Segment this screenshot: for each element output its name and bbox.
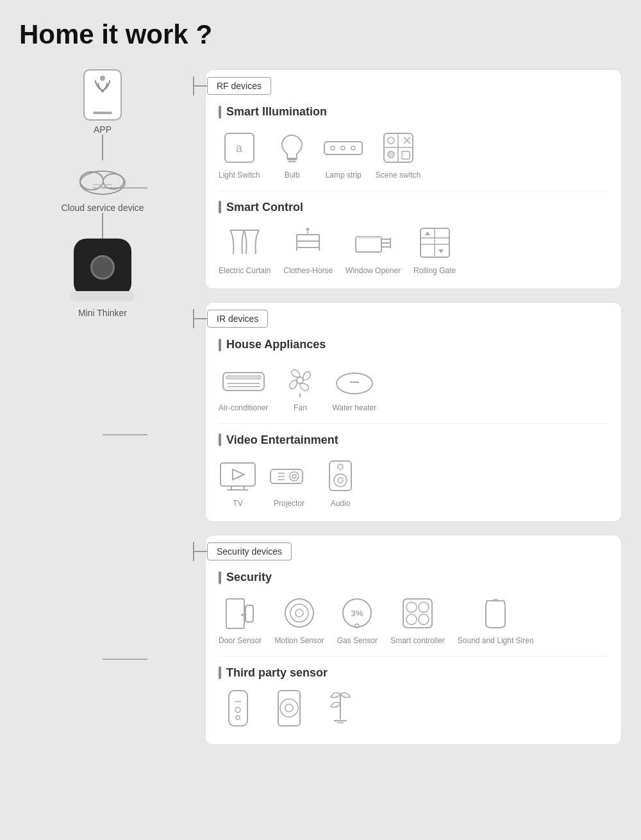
cloud-label: Cloud service device bbox=[61, 203, 144, 213]
thinker-button bbox=[90, 255, 115, 280]
device-water-heater: Water heater bbox=[332, 361, 376, 414]
smart-control-title: Smart Control bbox=[219, 201, 608, 214]
gas-sensor-label: Gas Sensor bbox=[337, 636, 378, 646]
third-party-title: Third party sensor bbox=[219, 666, 608, 680]
svg-point-69 bbox=[290, 604, 308, 622]
cloud-section: Cloud service device bbox=[61, 160, 144, 213]
window-opener-label: Window Opener bbox=[345, 266, 401, 276]
tv-label: TV bbox=[233, 499, 242, 509]
device-rolling-gate: Rolling Gate bbox=[413, 224, 456, 276]
svg-rect-55 bbox=[271, 469, 303, 483]
ir-label-box: IR devices bbox=[207, 310, 268, 328]
divider-illumination-control bbox=[219, 190, 608, 191]
air-conditioner-icon bbox=[224, 361, 263, 399]
light-switch-icon: a bbox=[220, 128, 258, 167]
motion-sensor-label: Motion Sensor bbox=[274, 636, 324, 646]
device-clothes-horse: Clothes-Horse bbox=[283, 224, 333, 276]
device-sensor2 bbox=[270, 689, 308, 732]
rf-hline-horiz bbox=[194, 85, 207, 87]
svg-point-75 bbox=[406, 602, 417, 612]
device-projector: Projector bbox=[270, 457, 308, 509]
card-security-devices: Security devices Security bbox=[205, 535, 622, 745]
security-grid: Door Sensor Motion Sensor bbox=[219, 594, 608, 646]
section-bar-5 bbox=[219, 571, 221, 584]
svg-point-67 bbox=[241, 614, 244, 616]
device-lamp-strip: Lamp strip bbox=[324, 128, 363, 181]
svg-text:a: a bbox=[236, 142, 243, 155]
light-switch-label: Light Switch bbox=[219, 171, 260, 181]
thinker-base bbox=[71, 291, 135, 301]
page-title: Home it work ? bbox=[19, 19, 622, 50]
rf-label-area: RF devices bbox=[193, 76, 608, 96]
ir-hline-horiz bbox=[194, 318, 207, 319]
house-appliances-grid: Air-conditioner bbox=[219, 361, 608, 414]
svg-rect-74 bbox=[403, 599, 432, 628]
door-sensor-icon bbox=[221, 594, 260, 632]
app-label: APP bbox=[94, 124, 112, 135]
device-gas-sensor: 3% Gas Sensor bbox=[337, 594, 378, 646]
section-bar-4 bbox=[219, 433, 221, 446]
scene-switch-label: Scene switch bbox=[376, 171, 421, 181]
audio-icon bbox=[321, 457, 360, 495]
wifi-signal-icon bbox=[93, 78, 112, 92]
svg-rect-13 bbox=[324, 142, 362, 155]
svg-point-20 bbox=[388, 137, 394, 144]
svg-rect-42 bbox=[223, 373, 264, 391]
air-conditioner-label: Air-conditioner bbox=[219, 403, 268, 414]
security-hline-horiz bbox=[194, 551, 207, 552]
ir-label-area: IR devices bbox=[193, 309, 608, 328]
svg-text:3%: 3% bbox=[351, 609, 363, 618]
divider-security-third bbox=[219, 656, 608, 657]
svg-point-85 bbox=[285, 704, 293, 712]
clothes-horse-icon bbox=[289, 224, 328, 262]
sensor2-icon bbox=[270, 689, 308, 728]
svg-rect-32 bbox=[356, 237, 381, 252]
svg-point-63 bbox=[338, 478, 343, 483]
fan-label: Fan bbox=[294, 403, 307, 414]
line-app-cloud bbox=[102, 135, 103, 160]
svg-point-46 bbox=[297, 377, 303, 383]
device-air-conditioner: Air-conditioner bbox=[219, 361, 268, 414]
curtain-label: Electric Curtain bbox=[219, 266, 271, 276]
smart-controller-icon bbox=[398, 594, 437, 632]
line-cloud-device bbox=[102, 213, 103, 239]
smart-illumination-grid: a Light Switch bbox=[219, 128, 608, 181]
wind-sensor-icon bbox=[321, 689, 360, 728]
projector-label: Projector bbox=[274, 499, 304, 509]
audio-label: Audio bbox=[331, 499, 351, 509]
svg-rect-43 bbox=[226, 376, 261, 379]
rolling-gate-icon bbox=[415, 224, 454, 262]
house-appliances-title: House Appliances bbox=[219, 338, 608, 351]
svg-point-64 bbox=[338, 464, 343, 469]
water-heater-icon bbox=[335, 361, 374, 399]
device-curtain: Electric Curtain bbox=[219, 224, 271, 276]
security-title: Security bbox=[219, 571, 608, 584]
svg-point-76 bbox=[419, 602, 429, 612]
svg-point-70 bbox=[296, 609, 303, 617]
svg-rect-65 bbox=[226, 599, 244, 628]
section-bar-2 bbox=[219, 201, 221, 214]
svg-point-16 bbox=[351, 146, 355, 150]
device-remote bbox=[219, 689, 257, 732]
device-tv: TV bbox=[219, 457, 257, 509]
rf-label-box: RF devices bbox=[207, 77, 271, 95]
svg-point-15 bbox=[341, 146, 345, 150]
projector-icon bbox=[270, 457, 308, 495]
svg-point-84 bbox=[280, 699, 298, 717]
curtain-icon bbox=[226, 224, 264, 262]
device-siren: Sound and Light Siren bbox=[458, 594, 534, 646]
gas-sensor-icon: 3% bbox=[338, 594, 376, 632]
svg-point-24 bbox=[388, 151, 394, 158]
device-motion-sensor: Motion Sensor bbox=[274, 594, 324, 646]
third-party-grid bbox=[219, 689, 608, 732]
svg-point-56 bbox=[290, 472, 299, 481]
bulb-icon bbox=[273, 128, 312, 167]
svg-point-57 bbox=[292, 475, 296, 478]
video-entertainment-title: Video Entertainment bbox=[219, 433, 608, 447]
video-entertainment-grid: TV bbox=[219, 457, 608, 509]
tv-icon bbox=[219, 457, 257, 495]
svg-point-78 bbox=[419, 614, 429, 625]
lamp-strip-icon bbox=[324, 128, 363, 167]
smart-illumination-title: Smart Illumination bbox=[219, 105, 608, 119]
section-bar bbox=[219, 106, 221, 119]
